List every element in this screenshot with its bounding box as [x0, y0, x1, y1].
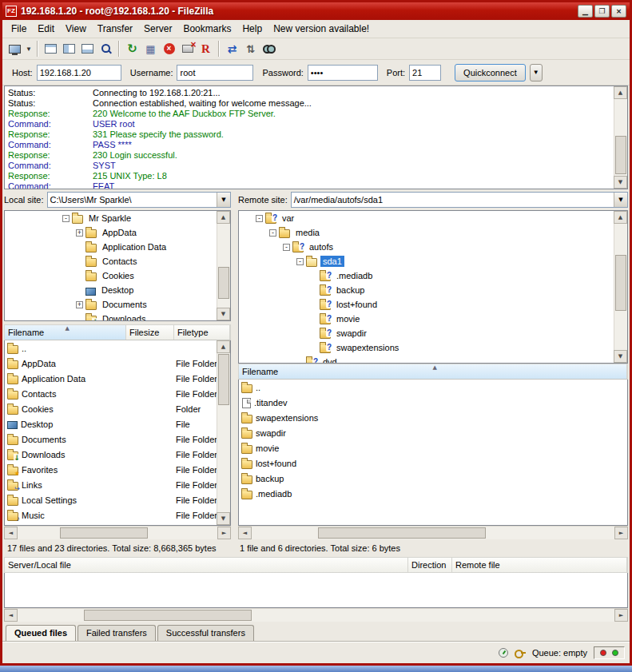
speed-gauge-icon[interactable] — [499, 648, 508, 658]
file-row[interactable]: Desktop File — [5, 416, 230, 431]
remote-list-hscrollbar[interactable]: ◄ ► — [238, 526, 628, 539]
tree-item[interactable]: sda1 — [239, 254, 627, 268]
scroll-up-icon[interactable]: ▲ — [217, 211, 230, 224]
tree-item[interactable]: AppData — [5, 225, 230, 240]
scroll-left-icon[interactable]: ◄ — [4, 609, 18, 622]
file-row[interactable]: Documents File Folder — [5, 431, 230, 447]
queue-tab[interactable]: Successful transfers — [157, 625, 254, 641]
menu-item[interactable]: Bookmarks — [177, 21, 237, 37]
file-row[interactable]: Contacts File Folder — [5, 386, 230, 401]
reconnect-icon[interactable]: R — [197, 40, 215, 58]
file-row[interactable]: backup — [239, 471, 627, 486]
local-file-list[interactable]: .. AppData File Folder Application Data — [4, 340, 231, 526]
menu-item[interactable]: Server — [138, 21, 177, 37]
local-site-combo[interactable]: C:\Users\Mr Sparkle\ ▼ — [47, 192, 231, 208]
file-row[interactable]: swapextensions — [239, 410, 627, 425]
toggle-message-log-icon[interactable] — [42, 40, 60, 58]
toggle-remote-tree-icon[interactable] — [78, 40, 97, 58]
file-row[interactable]: Local Settings File Folder — [5, 492, 230, 507]
close-button[interactable]: × — [611, 5, 626, 18]
column-header-filetype[interactable]: Filetype — [174, 325, 230, 340]
tree-item[interactable]: dvd — [239, 355, 627, 364]
scroll-left-icon[interactable]: ◄ — [4, 527, 18, 539]
tree-item[interactable]: Contacts — [5, 254, 230, 268]
file-row[interactable]: swapdir — [239, 425, 627, 440]
tree-item[interactable]: .mediadb — [239, 268, 627, 283]
scroll-down-icon[interactable]: ▼ — [217, 512, 230, 525]
scrollbar-thumb[interactable] — [615, 136, 626, 174]
column-header-server-local-file[interactable]: Server/Local file — [5, 558, 408, 572]
tree-item[interactable]: backup — [239, 283, 627, 297]
scroll-right-icon[interactable]: ► — [614, 527, 628, 539]
file-row[interactable]: AppData File Folder — [5, 356, 230, 371]
scrollbar-thumb[interactable] — [218, 267, 229, 299]
tree-item[interactable]: Mr Sparkle — [5, 211, 230, 225]
scrollbar-thumb[interactable] — [615, 255, 626, 311]
queue-tab[interactable]: Failed transfers — [78, 625, 156, 641]
menu-item[interactable]: New version available! — [268, 21, 375, 37]
expander-icon[interactable] — [256, 215, 263, 222]
tree-item[interactable]: Desktop — [5, 283, 230, 297]
local-tree-scrollbar[interactable]: ▲ ▼ — [217, 211, 230, 320]
disconnect-icon[interactable] — [178, 40, 197, 58]
remote-file-list[interactable]: .. .titandev swapextensions swapdir — [238, 380, 628, 526]
queue-body[interactable] — [4, 573, 628, 608]
site-manager-dropdown-icon[interactable]: ▼ — [24, 40, 34, 58]
synchronized-browsing-icon[interactable]: ⇅ — [241, 40, 260, 58]
expander-icon[interactable] — [269, 229, 276, 237]
tree-item[interactable]: Cookies — [5, 268, 230, 283]
column-header-filename[interactable]: Filename▲ — [239, 364, 627, 379]
file-row[interactable]: Downloads File Folder — [5, 447, 230, 462]
file-row[interactable]: Application Data File Folder — [5, 371, 230, 386]
file-row[interactable]: .. — [239, 380, 627, 395]
port-input[interactable] — [409, 65, 441, 81]
column-header-remote-file[interactable]: Remote file — [452, 558, 627, 572]
tree-item[interactable]: autofs — [239, 240, 627, 254]
file-row[interactable]: Music File Folder — [5, 507, 230, 523]
minimize-button[interactable]: ▁ — [578, 5, 593, 18]
title-bar[interactable]: FZ 192.168.1.20 - root@192.168.1.20 - Fi… — [2, 2, 630, 20]
tree-item[interactable]: movie — [239, 312, 627, 326]
expander-icon[interactable] — [76, 229, 83, 237]
scroll-right-icon[interactable]: ► — [614, 609, 628, 622]
expander-icon[interactable] — [296, 258, 304, 265]
queue-tab[interactable]: Queued files — [6, 625, 76, 641]
directory-comparison-icon[interactable]: ⇄ — [223, 40, 241, 58]
column-header-filename[interactable]: Filename▲ — [5, 325, 126, 340]
local-tree[interactable]: Mr Sparkle AppData Application Data — [4, 210, 231, 321]
column-header-filesize[interactable]: Filesize — [126, 325, 174, 340]
local-list-scrollbar[interactable]: ▲ ▼ — [217, 340, 230, 525]
scroll-down-icon[interactable]: ▼ — [217, 308, 230, 320]
scroll-up-icon[interactable]: ▲ — [217, 340, 230, 353]
file-row[interactable]: .. — [5, 340, 230, 356]
file-row[interactable]: movie — [239, 440, 627, 455]
menu-item[interactable]: Help — [237, 21, 268, 37]
file-row[interactable]: Favorites File Folder — [5, 462, 230, 477]
toggle-queue-icon[interactable] — [97, 40, 115, 58]
log-scrollbar[interactable]: ▲ ▼ — [614, 86, 627, 189]
message-log[interactable]: Status: Connecting to 192.168.1.20:21...… — [4, 85, 628, 189]
host-input[interactable] — [37, 65, 121, 81]
file-row[interactable]: .mediadb — [239, 486, 627, 501]
quickconnect-button[interactable]: Quickconnect — [455, 64, 526, 82]
file-row[interactable]: Links File Folder — [5, 477, 230, 492]
remote-tree-scrollbar[interactable]: ▲ ▼ — [614, 211, 627, 363]
cancel-icon[interactable]: × — [160, 40, 178, 58]
password-input[interactable] — [308, 65, 378, 81]
file-row[interactable]: .titandev — [239, 395, 627, 410]
tree-item[interactable]: swapdir — [239, 326, 627, 340]
file-row[interactable]: lost+found — [239, 455, 627, 471]
expander-icon[interactable] — [76, 301, 83, 308]
tree-item[interactable]: Downloads — [5, 312, 230, 321]
key-icon[interactable] — [515, 650, 526, 656]
scroll-left-icon[interactable]: ◄ — [238, 527, 252, 539]
tree-item[interactable]: swapextensions — [239, 340, 627, 355]
expander-icon[interactable] — [62, 215, 70, 222]
scroll-down-icon[interactable]: ▼ — [614, 350, 627, 363]
refresh-icon[interactable]: ↻ — [123, 40, 141, 58]
chevron-down-icon[interactable]: ▼ — [217, 193, 230, 207]
local-list-hscrollbar[interactable]: ◄ ► — [4, 526, 231, 539]
queue-hscrollbar[interactable]: ◄ ► — [4, 608, 628, 622]
menu-item[interactable]: Transfer — [92, 21, 138, 37]
menu-item[interactable]: Edit — [32, 21, 60, 37]
